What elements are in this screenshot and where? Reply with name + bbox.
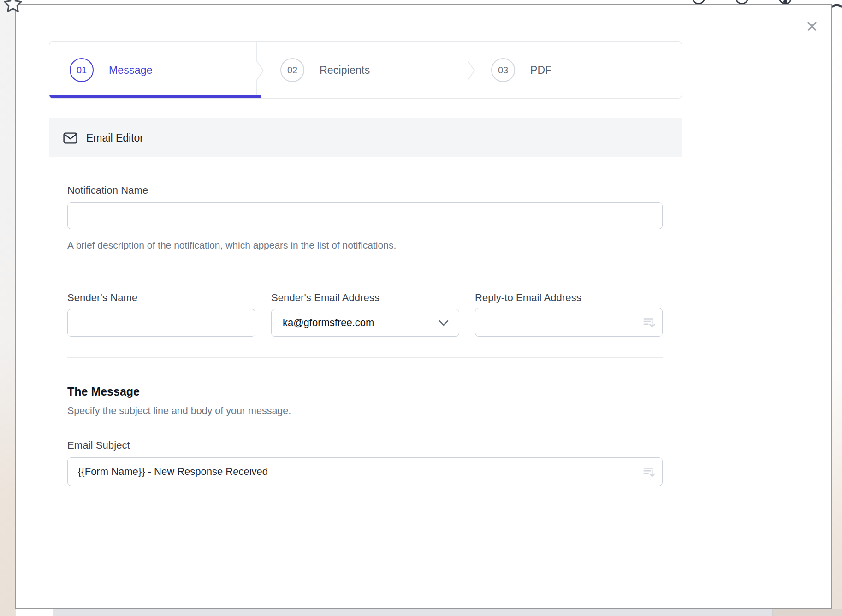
reply-to-input[interactable]	[475, 308, 663, 337]
page-background-right	[832, 0, 842, 616]
tab-message[interactable]: 01 Message	[49, 42, 260, 98]
tab-separator-chevron	[468, 42, 476, 99]
sender-name-input[interactable]	[67, 309, 255, 337]
close-button[interactable]	[803, 17, 821, 36]
reply-to-field	[475, 308, 663, 337]
reply-to-label: Reply-to Email Address	[475, 292, 581, 304]
message-section-title: The Message	[67, 385, 140, 398]
step-tabs: 01 Message 02 Recipients 03 PDF	[49, 41, 682, 99]
message-section-subtitle: Specify the subject line and body of you…	[67, 405, 291, 417]
notification-name-input[interactable]	[67, 202, 663, 229]
notification-name-label: Notification Name	[67, 184, 148, 196]
tab-recipients[interactable]: 02 Recipients	[260, 42, 471, 98]
email-editor-header: Email Editor	[49, 118, 682, 157]
notification-name-hint: A brief description of the notification,…	[67, 240, 396, 251]
close-icon	[806, 21, 818, 32]
step-number-badge: 02	[280, 58, 304, 82]
step-number-badge: 03	[491, 58, 515, 82]
tab-pdf[interactable]: 03 PDF	[471, 42, 682, 98]
screenshot-root: { "steps": [ { "number": "01", "label": …	[0, 0, 842, 616]
divider	[67, 357, 663, 358]
section-title: Email Editor	[86, 132, 143, 144]
step-number-badge: 01	[70, 58, 94, 82]
step-label: PDF	[530, 64, 552, 77]
envelope-icon	[63, 132, 77, 144]
sender-email-label: Sender's Email Address	[271, 292, 379, 304]
chevron-down-icon	[439, 320, 449, 326]
sender-email-select[interactable]: ka@gformsfree.com	[271, 309, 459, 337]
email-subject-input[interactable]	[67, 457, 663, 486]
sender-email-value: ka@gformsfree.com	[283, 317, 374, 329]
sender-name-label: Sender's Name	[67, 292, 137, 304]
email-subject-label: Email Subject	[67, 439, 130, 451]
email-notification-modal: 01 Message 02 Recipients 03 PDF	[15, 4, 832, 609]
desktop-edge	[772, 609, 842, 616]
tab-separator-chevron	[256, 42, 265, 99]
active-tab-indicator	[49, 95, 261, 98]
bookmark-star-icon[interactable]	[2, 0, 24, 15]
email-subject-field	[67, 457, 663, 486]
page-background-left	[0, 0, 16, 616]
step-label: Message	[109, 64, 153, 77]
step-label: Recipients	[320, 64, 370, 77]
divider	[67, 268, 663, 268]
page-background-bottom	[53, 609, 772, 616]
